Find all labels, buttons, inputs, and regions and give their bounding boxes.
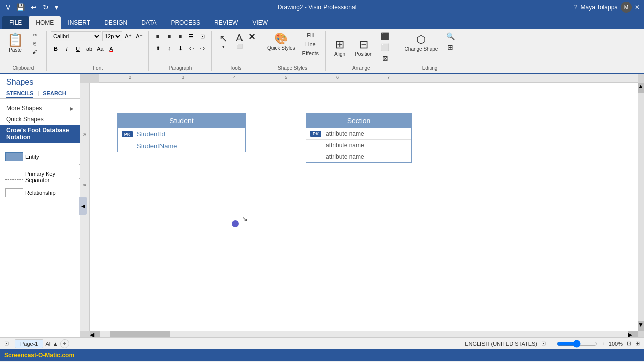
change-shape-button[interactable]: ⬡ Change Shape <box>401 31 441 54</box>
tab-data[interactable]: DATA <box>134 16 164 29</box>
layers-button[interactable]: ⊞ <box>443 42 458 52</box>
v-scroll-down[interactable]: ▼ <box>638 321 644 331</box>
bring-forward-button[interactable]: ⬛ <box>378 31 393 41</box>
align-middle-button[interactable]: ↕ <box>164 43 174 53</box>
align-button[interactable]: ⊞ Align <box>330 31 350 63</box>
align-bottom-button[interactable]: ⬇ <box>175 43 185 53</box>
section-attr-row-2: attribute name <box>306 139 411 151</box>
h-scroll-track[interactable] <box>100 331 628 337</box>
clipboard-tools: 📋 Paste ✂ ⎘ 🖌 <box>4 31 42 56</box>
section-table[interactable]: Section PK attribute name attribute name… <box>306 113 412 163</box>
tab-home[interactable]: HOME <box>29 16 61 29</box>
align-center-button[interactable]: ≡ <box>164 31 174 41</box>
bullets-button[interactable]: ☰ <box>186 31 196 41</box>
tab-design[interactable]: DESIGN <box>97 16 134 29</box>
page-1-tab[interactable]: Page-1 <box>15 339 43 348</box>
v-scroll-up[interactable]: ▲ <box>638 83 644 93</box>
font-group: Calibri 12pt. A⁺ A⁻ B I U ab Aa A Font <box>47 31 149 71</box>
panel-collapse-button[interactable]: ◀ <box>79 197 87 215</box>
stencil-pk-separator[interactable]: Primary Key Separator <box>4 170 57 184</box>
student-table[interactable]: Student PK StudentId StudentName <box>117 113 246 152</box>
ruler-mark-5: 5 <box>285 75 287 80</box>
crows-foot-section[interactable]: Crow's Foot Database Notation <box>0 125 80 143</box>
paragraph-group: ≡ ≡ ≡ ☰ ⊡ ⬆ ↕ ⬇ ⇦ ⇨ Paragraph <box>149 31 212 71</box>
strikethrough-button[interactable]: ab <box>84 44 94 54</box>
tab-search[interactable]: SEARCH <box>43 89 66 98</box>
font-name-select[interactable]: Calibri <box>51 31 101 41</box>
editing-group: ⬡ Change Shape 🔍 ⊞ Editing <box>397 31 462 71</box>
tools-label: Tools <box>230 63 242 71</box>
zoom-slider[interactable] <box>557 340 597 348</box>
bold-button[interactable]: B <box>51 44 61 54</box>
tab-insert[interactable]: INSERT <box>61 16 97 29</box>
ruler-v-mark-6: 6 <box>82 184 87 186</box>
all-pages-button[interactable]: All ▲ <box>45 341 58 347</box>
student-id-field: StudentId <box>137 130 165 138</box>
status-icon: ⊡ <box>4 340 9 347</box>
position-button[interactable]: ⊟ Position <box>352 31 376 63</box>
cut-button[interactable]: ✂ <box>27 31 42 39</box>
underline-button[interactable]: U <box>73 44 83 54</box>
line-button[interactable]: Line <box>300 40 321 48</box>
undo-button[interactable]: ↩ <box>29 3 38 11</box>
italic-button[interactable]: I <box>62 44 72 54</box>
ribbon-content: 📋 Paste ✂ ⎘ 🖌 Clipboard Calibri 12pt. A⁺… <box>0 29 644 74</box>
font-size-select[interactable]: 12pt. <box>102 31 122 41</box>
stencil-primary-key-attr[interactable]: Primary Key Attribute <box>59 147 80 167</box>
group-button[interactable]: ⊠ <box>378 53 393 63</box>
tab-review[interactable]: REVIEW <box>207 16 245 29</box>
decrease-indent-button[interactable]: ⇦ <box>186 43 196 53</box>
canvas-scroll[interactable]: Student PK StudentId StudentName Section… <box>90 83 638 331</box>
zoom-level: 100% <box>609 341 623 347</box>
stencil-attribute[interactable]: Attribute <box>59 170 80 184</box>
zoom-in-button[interactable]: + <box>601 341 604 347</box>
align-left-button[interactable]: ≡ <box>153 31 163 41</box>
h-scroll-thumb[interactable] <box>110 331 170 337</box>
align-right-button[interactable]: ≡ <box>175 31 185 41</box>
font-shrink-button[interactable]: A⁻ <box>134 31 144 41</box>
effects-button[interactable]: Effects <box>300 49 321 57</box>
send-backward-button[interactable]: ⬜ <box>378 42 393 52</box>
h-scroll-left[interactable]: ◀ <box>90 331 100 337</box>
ruler-mark-6: 6 <box>336 75 339 80</box>
fill-button[interactable]: Fill <box>300 31 321 39</box>
tab-view[interactable]: VIEW <box>245 16 275 29</box>
quick-styles-button[interactable]: 🎨 Quick Styles <box>264 31 298 53</box>
tab-process[interactable]: PROCESS <box>164 16 207 29</box>
tab-file[interactable]: FILE <box>2 16 29 29</box>
help-button[interactable]: ? <box>574 4 578 11</box>
pointer-button[interactable]: ↖ ▾ <box>216 31 231 50</box>
fullscreen-button[interactable]: ⊞ <box>635 340 640 347</box>
font-grow-button[interactable]: A⁺ <box>123 31 133 41</box>
fit-page-button[interactable]: ⊡ <box>627 340 631 347</box>
stencil-icon: ⊡ <box>541 340 546 347</box>
stencil-relationship[interactable]: Relationship <box>4 187 57 198</box>
add-page-button[interactable]: + <box>60 339 69 348</box>
save-button[interactable]: 💾 <box>15 3 26 11</box>
text-button[interactable]: A ⬜ <box>232 31 247 50</box>
clipboard-label: Clipboard <box>13 63 34 71</box>
find-button[interactable]: 🔍 <box>443 31 458 41</box>
para-expand-button[interactable]: ⊡ <box>197 31 207 41</box>
shapes-list: More Shapes ▶ Quick Shapes Crow's Foot D… <box>0 101 80 337</box>
connector-button[interactable]: ✕ <box>248 31 256 42</box>
redo-button[interactable]: ↻ <box>41 3 50 11</box>
close-panel-button[interactable]: ✕ <box>635 4 640 11</box>
pk-separator-label: Primary Key Separator <box>25 171 56 183</box>
tab-stencils[interactable]: STENCILS <box>6 89 33 98</box>
customize-qat[interactable]: ▾ <box>53 3 60 11</box>
h-scroll-right[interactable]: ▶ <box>628 331 638 337</box>
vertical-scrollbar[interactable]: ▲ ▼ <box>638 83 644 331</box>
paste-button[interactable]: 📋 Paste <box>4 31 26 55</box>
case-button[interactable]: Aa <box>95 44 105 54</box>
format-painter-button[interactable]: 🖌 <box>27 48 42 56</box>
horizontal-scrollbar[interactable]: ◀ ▶ <box>90 331 638 337</box>
zoom-out-button[interactable]: − <box>550 341 553 347</box>
stencil-entity[interactable]: Entity <box>4 147 57 167</box>
increase-indent-button[interactable]: ⇨ <box>197 43 207 53</box>
copy-button[interactable]: ⎘ <box>27 40 42 47</box>
align-top-button[interactable]: ⬆ <box>153 43 163 53</box>
font-color-button[interactable]: A <box>106 44 116 54</box>
more-shapes-item[interactable]: More Shapes ▶ <box>0 103 80 114</box>
quick-shapes-item[interactable]: Quick Shapes <box>0 114 80 125</box>
